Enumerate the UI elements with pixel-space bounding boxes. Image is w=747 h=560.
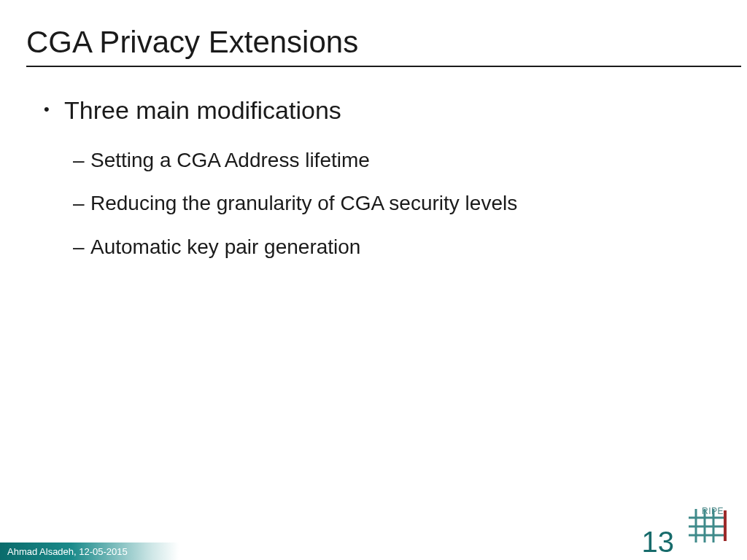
footer: Ahmad Alsadeh, 12-05-2015 13 RIPE	[0, 525, 747, 560]
bullet-level2-text: Automatic key pair generation	[90, 233, 360, 261]
content-area: • Three main modifications – Setting a C…	[44, 95, 718, 277]
title-underline	[26, 66, 741, 67]
bullet-dot-icon: •	[44, 95, 64, 124]
bullet-level2-text: Reducing the granularity of CGA security…	[90, 190, 517, 217]
footer-author-date: Ahmad Alsadeh, 12-05-2015	[7, 546, 128, 557]
dash-icon: –	[73, 147, 90, 174]
slide-title: CGA Privacy Extensions	[26, 25, 358, 60]
bullet-level2: – Setting a CGA Address lifetime	[73, 147, 718, 174]
bullet-level2: – Automatic key pair generation	[73, 233, 718, 261]
slide: CGA Privacy Extensions • Three main modi…	[0, 0, 747, 560]
bullet-level2-text: Setting a CGA Address lifetime	[90, 147, 370, 174]
dash-icon: –	[73, 190, 90, 217]
bullet-level2: – Reducing the granularity of CGA securi…	[73, 190, 718, 217]
bullet-level1: • Three main modifications	[44, 95, 718, 126]
ripe-logo-icon	[689, 509, 728, 542]
dash-icon: –	[73, 233, 90, 261]
page-number: 13	[642, 526, 675, 559]
bullet-level1-text: Three main modifications	[64, 95, 341, 126]
